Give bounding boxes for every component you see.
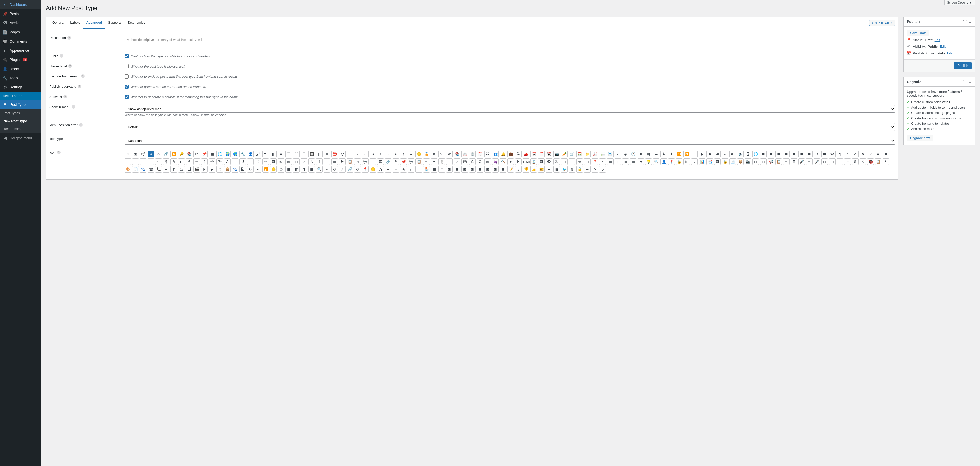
- dashicon-option[interactable]: 🖼: [186, 166, 192, 173]
- dashicon-option[interactable]: ☰: [285, 151, 292, 157]
- panel-down-icon[interactable]: ˅: [965, 20, 968, 24]
- dashicon-option[interactable]: ⫬: [393, 166, 399, 173]
- dashicon-option[interactable]: ⫬: [806, 158, 813, 165]
- dashicon-option[interactable]: 📁: [584, 151, 590, 157]
- dashicon-option[interactable]: ⊞: [446, 166, 453, 173]
- dashicon-option[interactable]: G: [477, 158, 484, 165]
- dashicon-option[interactable]: ▦: [308, 166, 315, 173]
- dashicon-option[interactable]: 🚗: [523, 151, 529, 157]
- dashicon-option[interactable]: 📅: [477, 151, 484, 157]
- dashicon-option[interactable]: ◂: [369, 151, 376, 157]
- dashicon-option[interactable]: #: [515, 166, 522, 173]
- dashicon-option[interactable]: 📊: [699, 158, 705, 165]
- dashicon-option[interactable]: 📋: [875, 158, 881, 165]
- dashicon-option[interactable]: 🎤: [814, 158, 820, 165]
- dashicon-option[interactable]: ≡: [247, 158, 254, 165]
- dashicon-option[interactable]: ▦: [331, 158, 338, 165]
- tab-general[interactable]: General: [49, 17, 67, 29]
- dashicon-option[interactable]: 🖌: [255, 151, 261, 157]
- publish-edit-link[interactable]: Edit: [947, 51, 953, 55]
- dashicon-option[interactable]: ⊟: [829, 158, 835, 165]
- dashicon-option[interactable]: 🐦: [561, 166, 568, 173]
- sidebar-item-media[interactable]: 🖼Media: [0, 18, 41, 27]
- dashicon-option[interactable]: ★: [400, 166, 407, 173]
- help-icon[interactable]: ?: [78, 85, 81, 88]
- dashicon-option[interactable]: 📆: [546, 151, 552, 157]
- panel-toggle-icon[interactable]: ▴: [968, 20, 972, 24]
- dashicon-option[interactable]: 👁: [883, 158, 889, 165]
- dashicon-option[interactable]: 🖼: [270, 158, 277, 165]
- dashicon-option[interactable]: 🌐: [216, 151, 223, 157]
- dashicon-option[interactable]: ☱: [293, 151, 300, 157]
- dashicon-option[interactable]: ⇅: [569, 166, 575, 173]
- panel-up-icon[interactable]: ˄: [962, 80, 965, 84]
- save-draft-button[interactable]: Save Draft: [907, 30, 929, 36]
- dashicon-option[interactable]: 🖨: [216, 166, 223, 173]
- dashicon-option[interactable]: ⊞: [484, 158, 491, 165]
- dashicon-option[interactable]: ♥: [508, 158, 514, 165]
- dashicon-option[interactable]: 🥕: [561, 151, 568, 157]
- collapse-menu-button[interactable]: ◀Collapse menu: [0, 133, 41, 143]
- dashicon-option[interactable]: ⏸: [691, 151, 698, 157]
- dashicon-option[interactable]: 🏢: [469, 151, 476, 157]
- dashicon-option[interactable]: 🗑: [178, 158, 185, 165]
- dashicon-option[interactable]: 🗑: [170, 166, 177, 173]
- dashicon-option[interactable]: 🏪: [423, 166, 430, 173]
- dashicon-option[interactable]: ▦: [645, 151, 652, 157]
- dashicon-option[interactable]: ◧: [293, 166, 300, 173]
- dashicon-option[interactable]: 🕐: [630, 151, 636, 157]
- dashicon-option[interactable]: ≡: [132, 158, 139, 165]
- dashicon-option[interactable]: ≡: [875, 151, 881, 157]
- dashicon-option[interactable]: ↑: [400, 151, 407, 157]
- dashicon-option[interactable]: 📌: [400, 158, 407, 165]
- tab-taxonomies[interactable]: Taxonomies: [124, 17, 148, 29]
- dashicon-option[interactable]: ◨: [301, 166, 307, 173]
- upgrade-now-button[interactable]: Upgrade now: [907, 135, 933, 141]
- dashicon-option[interactable]: +: [163, 166, 169, 173]
- dashicon-option[interactable]: ≣: [798, 151, 805, 157]
- dashicon-option[interactable]: ⊡: [140, 158, 146, 165]
- dashicon-option[interactable]: ⓘ: [553, 158, 560, 165]
- dashicon-option[interactable]: ⌂: [155, 151, 162, 157]
- dashicon-option[interactable]: ⋮: [148, 158, 154, 165]
- dashicon-option[interactable]: ⊟: [752, 158, 759, 165]
- dashicon-option[interactable]: 💬: [362, 158, 369, 165]
- dashicon-option[interactable]: 🐾: [232, 166, 239, 173]
- dashicon-option[interactable]: ⊟: [293, 158, 300, 165]
- sidebar-item-theme[interactable]: NEWTheme: [0, 92, 41, 100]
- dashicon-option[interactable]: 📌: [201, 151, 208, 157]
- dashicon-option[interactable]: −: [844, 158, 851, 165]
- dashicon-option[interactable]: ⬇: [660, 151, 667, 157]
- dashicon-option[interactable]: 🎨: [124, 166, 131, 173]
- dashicon-option[interactable]: 🎮: [461, 158, 468, 165]
- dashicon-option[interactable]: ✕: [859, 158, 866, 165]
- dashicon-option[interactable]: 📅: [538, 151, 545, 157]
- tab-advanced[interactable]: Advanced: [83, 17, 105, 29]
- sidebar-item-settings[interactable]: ⚙Settings: [0, 82, 41, 92]
- tab-labels[interactable]: Labels: [67, 17, 83, 29]
- dashicon-option[interactable]: ⏮: [706, 151, 713, 157]
- dashicon-option[interactable]: 📋: [347, 158, 353, 165]
- dashicon-option[interactable]: 📉: [607, 151, 614, 157]
- dashicon-option[interactable]: 📖: [461, 151, 468, 157]
- dashicon-option[interactable]: ᴬᴮᶜ: [209, 158, 215, 165]
- dashicon-option[interactable]: ↓: [347, 151, 353, 157]
- icon-type-select[interactable]: Dashicons: [124, 137, 895, 144]
- dashicon-option[interactable]: ▼: [431, 158, 438, 165]
- dashicon-option[interactable]: 📢: [768, 158, 774, 165]
- dashicon-option[interactable]: ☁: [653, 151, 659, 157]
- dashicon-option[interactable]: ⏭: [729, 151, 736, 157]
- dashicon-option[interactable]: ▦: [285, 166, 292, 173]
- dashicon-option[interactable]: 📦: [224, 166, 231, 173]
- sidebar-item-posts[interactable]: 📌Posts: [0, 9, 41, 18]
- dashicon-option[interactable]: in: [683, 158, 690, 165]
- dashicon-option[interactable]: a: [431, 151, 438, 157]
- dashicon-option[interactable]: 🖼: [714, 158, 721, 165]
- dashicon-option[interactable]: 👍: [530, 166, 537, 173]
- dashicon-option[interactable]: ↻: [247, 166, 254, 173]
- dashicon-option[interactable]: ⊕: [576, 158, 583, 165]
- dashicon-option[interactable]: 🎬: [193, 166, 200, 173]
- dashicon-option[interactable]: 🔒: [722, 158, 729, 165]
- hierarchical-checkbox[interactable]: [124, 64, 129, 68]
- dashicon-option[interactable]: ⊟: [561, 158, 568, 165]
